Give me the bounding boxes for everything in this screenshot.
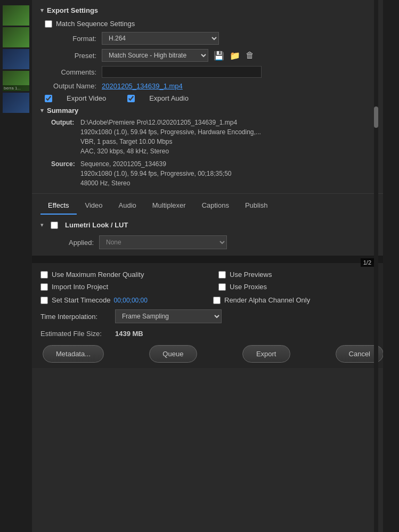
comments-input[interactable] bbox=[102, 66, 262, 78]
timecode-checkbox[interactable] bbox=[40, 297, 48, 304]
output-name-row: Output Name: 20201205_134639_1.mp4 bbox=[40, 82, 386, 90]
preset-icons: 💾 📁 🗑 bbox=[213, 50, 255, 62]
timecode-label: Set Start Timecode bbox=[52, 296, 111, 304]
comments-label: Comments: bbox=[40, 68, 96, 76]
summary-source-val1: Sequence, 20201205_134639 bbox=[80, 159, 232, 169]
export-settings-section: ▾ Export Settings Match Sequence Setting… bbox=[32, 0, 394, 188]
sidebar-thumb-5[interactable] bbox=[3, 93, 29, 113]
summary-source-line: Source: Sequence, 20201205_134639 1920x1… bbox=[51, 159, 386, 188]
interpolation-row: Time Interpolation: Frame Sampling bbox=[40, 309, 386, 323]
import-project-checkbox[interactable] bbox=[40, 283, 48, 291]
use-previews-checkbox[interactable] bbox=[218, 271, 226, 279]
match-sequence-checkbox[interactable] bbox=[45, 20, 52, 28]
summary-content: Output: D:\Adobe\Premiere Pro\12.0\20201… bbox=[40, 118, 386, 188]
metadata-button[interactable]: Metadata... bbox=[43, 345, 104, 363]
preset-save-icon[interactable]: 💾 bbox=[213, 50, 225, 62]
tab-audio[interactable]: Audio bbox=[111, 198, 144, 215]
export-settings-header: ▾ Export Settings bbox=[40, 6, 386, 14]
summary-label: Summary bbox=[47, 107, 78, 114]
max-render-label: Use Maximum Render Quality bbox=[52, 271, 144, 279]
timecode-value: 00;00;00;00 bbox=[114, 297, 148, 304]
scroll-indicator[interactable] bbox=[374, 0, 378, 532]
export-audio-checkbox[interactable] bbox=[127, 95, 135, 102]
summary-output-val1: D:\Adobe\Premiere Pro\12.0\20201205_1346… bbox=[80, 118, 261, 127]
chevron-icon: ▾ bbox=[40, 7, 44, 14]
summary-source-val2: 1920x1080 (1.0), 59.94 fps, Progressive,… bbox=[80, 169, 232, 178]
preset-row: Preset: Match Source - High bitrate 💾 📁 … bbox=[40, 49, 386, 62]
interpolation-label: Time Interpolation: bbox=[40, 313, 110, 321]
tab-captions[interactable]: Captions bbox=[194, 198, 237, 215]
main-panel: ▾ Export Settings Match Sequence Setting… bbox=[32, 0, 394, 532]
max-render-checkbox[interactable] bbox=[40, 271, 48, 279]
summary-source-vals: Sequence, 20201205_134639 1920x1080 (1.0… bbox=[80, 159, 232, 188]
summary-output-val3: VBR, 1 pass, Target 10.00 Mbps bbox=[80, 137, 261, 146]
use-previews-label: Use Previews bbox=[230, 271, 272, 279]
tab-video[interactable]: Video bbox=[78, 198, 110, 215]
right-sidebar bbox=[383, 0, 399, 532]
lumetri-row: ▾ Lumetri Look / LUT bbox=[40, 221, 386, 229]
render-alpha-row: Render Alpha Channel Only bbox=[213, 296, 386, 304]
use-proxies-checkbox[interactable] bbox=[218, 283, 226, 291]
tab-multiplexer[interactable]: Multiplexer bbox=[145, 198, 193, 215]
applied-select[interactable]: None bbox=[99, 235, 227, 249]
filesize-row: Estimated File Size: 1439 MB bbox=[40, 330, 386, 338]
timecode-row: Set Start Timecode 00;00;00;00 Render Al… bbox=[40, 296, 386, 304]
summary-output-val4: AAC, 320 kbps, 48 kHz, Stereo bbox=[80, 146, 261, 156]
tabs-bar: Effects Video Audio Multiplexer Captions… bbox=[32, 193, 394, 215]
format-row: Format: H.264 bbox=[40, 32, 386, 45]
preset-folder-icon[interactable]: 📁 bbox=[229, 50, 241, 62]
lumetri-chevron-icon: ▾ bbox=[40, 222, 44, 228]
sidebar-thumb-4-label: berra 1... bbox=[3, 85, 29, 91]
tab-publish[interactable]: Publish bbox=[238, 198, 275, 215]
preset-delete-icon[interactable]: 🗑 bbox=[245, 50, 255, 61]
render-alpha-label: Render Alpha Channel Only bbox=[224, 296, 310, 304]
bottom-options: Use Maximum Render Quality Use Previews … bbox=[32, 263, 394, 368]
import-project-label: Import Into Project bbox=[52, 283, 108, 291]
interpolation-select[interactable]: Frame Sampling bbox=[115, 309, 222, 323]
render-alpha-checkbox[interactable] bbox=[213, 297, 221, 304]
output-name-value[interactable]: 20201205_134639_1.mp4 bbox=[102, 82, 183, 90]
sidebar-thumb-3[interactable] bbox=[3, 49, 29, 69]
lumetri-checkbox[interactable] bbox=[51, 222, 58, 229]
left-sidebar: berra 1... bbox=[0, 0, 32, 532]
effects-panel: ▾ Lumetri Look / LUT Applied: None bbox=[32, 215, 394, 257]
sidebar-thumb-2[interactable] bbox=[3, 27, 29, 47]
filesize-value: 1439 MB bbox=[115, 330, 143, 338]
queue-button[interactable]: Queue bbox=[149, 345, 197, 363]
use-proxies-label: Use Proxies bbox=[230, 283, 267, 291]
summary-source-key: Source: bbox=[51, 159, 80, 188]
summary-header: ▾ Summary bbox=[40, 107, 386, 114]
format-label: Format: bbox=[40, 35, 96, 43]
import-project-row: Import Into Project bbox=[40, 283, 208, 291]
export-settings-label: Export Settings bbox=[47, 6, 98, 14]
match-sequence-row: Match Sequence Settings bbox=[40, 20, 386, 28]
options-grid: Use Maximum Render Quality Use Previews … bbox=[40, 271, 386, 291]
summary-output-key: Output: bbox=[51, 118, 80, 156]
applied-row: Applied: None bbox=[40, 235, 386, 249]
format-select[interactable]: H.264 bbox=[102, 32, 219, 45]
timestamp-badge: 1/2 bbox=[361, 258, 374, 267]
export-button[interactable]: Export bbox=[242, 345, 290, 363]
summary-output-val2: 1920x1080 (1.0), 59.94 fps, Progressive,… bbox=[80, 127, 261, 137]
summary-chevron-icon: ▾ bbox=[40, 107, 44, 114]
lumetri-label: Lumetri Look / LUT bbox=[65, 221, 128, 229]
comments-row: Comments: bbox=[40, 66, 386, 78]
summary-source-val3: 48000 Hz, Stereo bbox=[80, 178, 232, 188]
export-video-checkbox[interactable] bbox=[45, 95, 52, 102]
summary-output-line: Output: D:\Adobe\Premiere Pro\12.0\20201… bbox=[51, 118, 386, 156]
preset-select[interactable]: Match Source - High bitrate bbox=[102, 49, 208, 62]
export-audio-label: Export Audio bbox=[149, 94, 189, 102]
scroll-thumb[interactable] bbox=[374, 107, 378, 128]
tab-effects[interactable]: Effects bbox=[40, 198, 77, 215]
panel-divider bbox=[32, 257, 394, 263]
export-checkboxes: Export Video Export Audio bbox=[40, 94, 386, 102]
use-previews-row: Use Previews bbox=[218, 271, 386, 279]
use-proxies-row: Use Proxies bbox=[218, 283, 386, 291]
output-name-label: Output Name: bbox=[40, 82, 96, 90]
buttons-row: Metadata... Queue Export Cancel bbox=[40, 345, 386, 363]
sidebar-thumb-1[interactable] bbox=[3, 5, 29, 26]
export-video-label: Export Video bbox=[67, 94, 106, 102]
filesize-label: Estimated File Size: bbox=[40, 330, 115, 338]
preset-label: Preset: bbox=[40, 52, 96, 60]
sidebar-thumb-4[interactable]: berra 1... bbox=[3, 71, 29, 91]
